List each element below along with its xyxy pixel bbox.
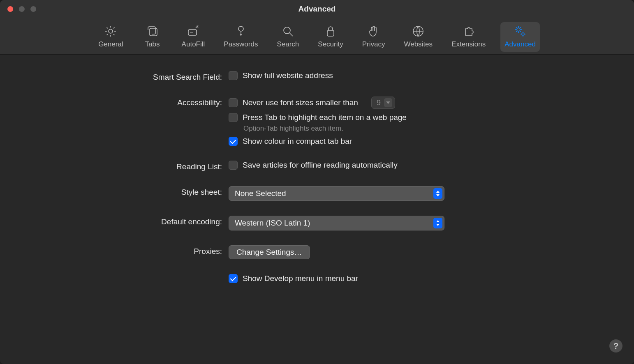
default-encoding-select[interactable]: Western (ISO Latin 1) [229,216,444,230]
svg-rect-1 [150,28,157,36]
tab-label: Advanced [504,40,536,48]
style-sheet-value: None Selected [235,189,286,198]
svg-rect-5 [327,30,334,36]
tab-highlight-label: Press Tab to highlight each item on a we… [243,113,407,122]
preferences-toolbar: General Tabs AutoFill Pass [0,18,634,55]
default-encoding-value: Western (ISO Latin 1) [235,219,310,228]
min-font-label: Never use font sizes smaller than [243,98,358,107]
autofill-icon [187,25,200,38]
tab-search[interactable]: Search [273,22,303,52]
tab-passwords[interactable]: Passwords [220,22,262,52]
proxies-label: Proxies: [16,245,222,259]
svg-point-7 [517,28,520,31]
change-settings-button[interactable]: Change Settings… [229,245,310,259]
svg-point-4 [284,27,290,34]
tab-autofill[interactable]: AutoFill [178,22,209,52]
titlebar: Advanced [0,0,634,18]
svg-rect-2 [188,30,197,35]
help-button[interactable]: ? [609,339,622,352]
min-font-value: 9 [377,99,381,107]
maximize-window-button[interactable] [30,6,36,12]
close-window-button[interactable] [7,6,13,12]
puzzle-icon [462,25,475,38]
tab-security[interactable]: Security [314,22,347,52]
tab-tabs[interactable]: Tabs [138,22,167,52]
show-full-address-checkbox[interactable] [229,71,238,80]
window-title: Advanced [298,5,336,14]
tab-label: AutoFill [182,40,205,48]
svg-point-3 [238,26,243,31]
show-full-address-label: Show full website address [243,71,333,80]
tab-label: Websites [404,40,433,48]
hand-icon [367,25,380,38]
tab-label: Search [277,40,299,48]
tab-label: General [98,40,123,48]
compact-colour-checkbox[interactable] [229,137,238,146]
chevron-down-icon [384,98,392,107]
traffic-lights [0,6,36,12]
reading-list-label: Reading List: [16,161,222,171]
compact-colour-label: Show colour in compact tab bar [243,137,352,146]
min-font-checkbox[interactable] [229,98,238,107]
tab-websites[interactable]: Websites [400,22,437,52]
lock-icon [324,25,337,38]
tab-label: Tabs [145,40,160,48]
key-icon [234,25,248,38]
develop-menu-checkbox[interactable] [229,274,238,283]
advanced-gears-icon [514,25,527,38]
tab-privacy[interactable]: Privacy [358,22,389,52]
offline-reading-checkbox[interactable] [229,161,238,170]
offline-reading-label: Save articles for offline reading automa… [243,161,398,170]
preferences-window: Advanced General Tabs [0,0,634,364]
tab-label: Passwords [224,40,258,48]
tabs-icon [146,25,159,38]
default-encoding-label: Default encoding: [16,216,222,230]
smart-search-label: Smart Search Field: [16,71,222,82]
style-sheet-select[interactable]: None Selected [229,186,444,201]
search-icon [281,25,294,38]
stepper-icon [433,188,442,199]
tab-label: Privacy [362,40,385,48]
tab-general[interactable]: General [94,22,127,52]
develop-menu-label: Show Develop menu in menu bar [243,274,358,283]
tab-extensions[interactable]: Extensions [447,22,490,52]
stepper-icon [433,218,442,228]
content-area: Smart Search Field: Show full website ad… [0,55,634,364]
min-font-select[interactable]: 9 [371,97,395,109]
tab-highlight-checkbox[interactable] [229,113,238,122]
gear-icon [104,25,117,38]
tab-label: Extensions [451,40,486,48]
svg-point-0 [109,29,113,33]
tab-highlight-hint: Option-Tab highlights each item. [243,124,618,133]
tab-advanced[interactable]: Advanced [500,22,540,52]
svg-point-8 [522,33,524,35]
globe-icon [412,25,425,38]
style-sheet-label: Style sheet: [16,186,222,201]
minimize-window-button[interactable] [19,6,25,12]
accessibility-label: Accessibility: [16,97,222,146]
tab-label: Security [318,40,343,48]
